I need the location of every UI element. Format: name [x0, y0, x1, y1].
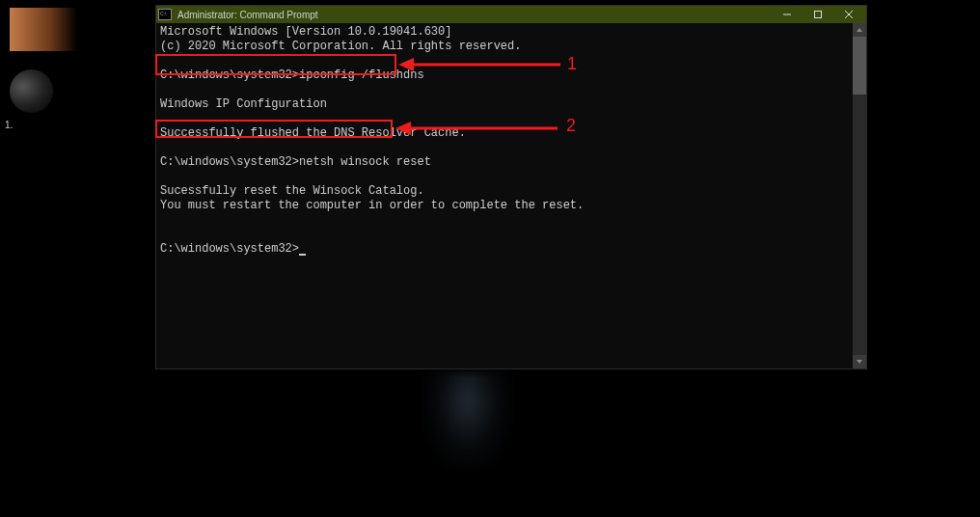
- copyright-line: (c) 2020 Microsoft Corporation. All righ…: [160, 40, 521, 53]
- version-line: Microsoft Windows [Version 10.0.19041.63…: [160, 25, 451, 39]
- desktop-thumbnail-2[interactable]: [10, 69, 53, 113]
- maximize-icon: [813, 10, 823, 19]
- wallpaper-decoration: [424, 372, 511, 469]
- svg-marker-4: [857, 28, 862, 32]
- window-titlebar[interactable]: Administrator: Command Prompt: [156, 6, 866, 23]
- scroll-down-button[interactable]: [853, 355, 866, 368]
- window-title: Administrator: Command Prompt: [177, 10, 772, 20]
- minimize-button[interactable]: [772, 6, 803, 23]
- close-icon: [844, 10, 854, 19]
- terminal-output[interactable]: Microsoft Windows [Version 10.0.19041.63…: [156, 23, 866, 368]
- prompt-1: C:\windows\system32>: [160, 68, 299, 82]
- chevron-up-icon: [856, 26, 863, 34]
- maximize-button[interactable]: [803, 6, 833, 23]
- minimize-icon: [782, 10, 792, 19]
- window-controls: [772, 6, 864, 23]
- svg-marker-5: [857, 360, 862, 364]
- scroll-up-button[interactable]: [853, 23, 866, 37]
- close-button[interactable]: [833, 6, 864, 23]
- annotation-number-1: 1: [567, 54, 577, 74]
- output-winsock-success: Sucessfully reset the Winsock Catalog.: [160, 184, 424, 198]
- chevron-down-icon: [856, 358, 863, 366]
- svg-marker-9: [395, 122, 411, 135]
- svg-rect-1: [815, 12, 822, 18]
- cmd-icon: [158, 9, 172, 20]
- prompt-3: C:\windows\system32>: [160, 242, 299, 256]
- output-restart-notice: You must restart the computer in order t…: [160, 199, 584, 212]
- output-ipconfig-header: Windows IP Configuration: [160, 97, 327, 111]
- terminal-cursor: [299, 254, 306, 256]
- desktop-thumbnail-1[interactable]: [10, 8, 77, 51]
- desktop-label: 1.: [5, 120, 13, 130]
- annotation-arrow-2: [395, 119, 559, 138]
- command-2: netsh winsock reset: [299, 155, 431, 169]
- annotation-number-2: 2: [566, 116, 576, 136]
- svg-marker-7: [398, 58, 414, 71]
- vertical-scrollbar[interactable]: [853, 23, 866, 368]
- annotation-arrow-1: [398, 55, 562, 74]
- scrollbar-thumb[interactable]: [853, 37, 866, 95]
- prompt-2: C:\windows\system32>: [160, 155, 299, 169]
